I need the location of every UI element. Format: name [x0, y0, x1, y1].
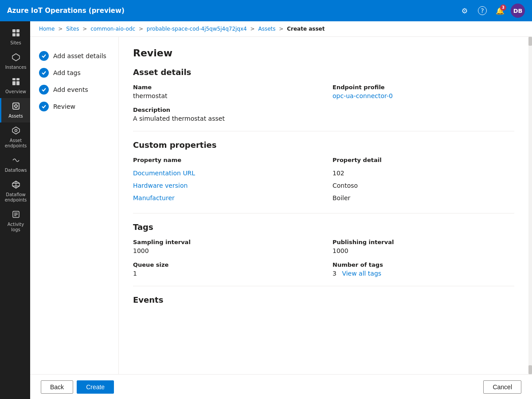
step-icon-review	[39, 102, 49, 111]
overview-icon	[12, 77, 20, 87]
property-detail-1: Contoso	[332, 182, 514, 189]
sidebar-item-overview[interactable]: Overview	[0, 74, 30, 98]
settings-button[interactable]: ⚙	[458, 4, 472, 18]
custom-properties-section-title: Custom properties	[133, 140, 514, 150]
sidebar-label-activity-logs: Activity logs	[3, 222, 28, 233]
back-button[interactable]: Back	[41, 380, 73, 394]
sidebar-item-sites[interactable]: Sites	[0, 25, 30, 49]
name-label: Name	[133, 84, 315, 91]
svg-rect-9	[13, 103, 19, 109]
sidebar-label-dataflows: Dataflows	[5, 168, 27, 173]
svg-marker-4	[12, 54, 20, 61]
property-name-1: Hardware version	[133, 182, 315, 189]
endpoint-profile-value: opc-ua-connector-0	[332, 92, 514, 99]
sidebar-item-activity-logs[interactable]: Activity logs	[0, 206, 30, 236]
detail-publishing-interval: Publishing interval 1000	[332, 239, 514, 254]
scroll-thumb-top	[528, 37, 532, 46]
sidebar-label-sites: Sites	[10, 40, 21, 46]
assets-icon	[12, 102, 20, 112]
detail-endpoint-profile: Endpoint profile opc-ua-connector-0	[332, 84, 514, 99]
topnav-icons: ⚙ ? 🔔 3 DB	[458, 4, 525, 18]
sidebar-item-instances[interactable]: Instances	[0, 49, 30, 74]
svg-rect-2	[12, 33, 16, 36]
description-value: A simulated thermostat asset	[133, 115, 514, 122]
scroll-thumb-bottom	[528, 365, 532, 374]
asset-endpoints-icon	[12, 126, 20, 136]
events-section-title: Events	[133, 295, 514, 304]
create-button[interactable]: Create	[77, 380, 114, 394]
asset-details-grid: Name thermostat Endpoint profile opc-ua-…	[133, 84, 514, 122]
step-label-add-events: Add events	[53, 86, 88, 93]
sidebar-item-asset-endpoints[interactable]: Asset endpoints	[0, 122, 30, 152]
detail-name: Name thermostat	[133, 84, 315, 99]
tags-info-grid: Sampling interval 1000 Publishing interv…	[133, 239, 514, 277]
divider-2	[133, 213, 514, 213]
dataflow-endpoints-icon	[12, 180, 20, 190]
sampling-interval-value: 1000	[133, 247, 315, 254]
property-name-0: Documentation URL	[133, 170, 315, 177]
property-name-2: Manufacturer	[133, 194, 315, 201]
detail-description: Description A simulated thermostat asset	[133, 107, 514, 122]
sidebar-label-overview: Overview	[5, 89, 26, 95]
view-all-tags-link[interactable]: View all tags	[342, 270, 381, 277]
svg-rect-8	[16, 81, 20, 85]
help-button[interactable]: ?	[475, 4, 489, 18]
breadcrumb-sites[interactable]: Sites	[66, 26, 79, 32]
endpoint-profile-label: Endpoint profile	[332, 84, 514, 91]
svg-rect-6	[16, 78, 20, 80]
svg-marker-11	[12, 127, 20, 134]
user-avatar[interactable]: DB	[511, 4, 525, 18]
sidebar-label-dataflow-endpoints: Dataflow endpoints	[3, 192, 28, 203]
svg-point-12	[15, 130, 17, 132]
step-review[interactable]: Review	[37, 98, 111, 115]
breadcrumb-home[interactable]: Home	[39, 26, 55, 32]
activity-logs-icon	[12, 210, 20, 220]
notifications-button[interactable]: 🔔 3	[493, 4, 507, 18]
custom-properties-table: Property name Property detail Documentat…	[133, 157, 514, 204]
sidebar-label-assets: Assets	[8, 114, 23, 119]
publishing-interval-value: 1000	[332, 247, 514, 254]
number-of-tags-value-row: 3 View all tags	[332, 270, 514, 277]
number-of-tags-label: Number of tags	[332, 261, 514, 268]
queue-size-label: Queue size	[133, 261, 315, 268]
content-area: Home > Sites > common-aio-odc > probable…	[30, 21, 532, 399]
breadcrumb-assets[interactable]: Assets	[258, 26, 275, 32]
cancel-button[interactable]: Cancel	[483, 380, 521, 394]
number-of-tags-value: 3	[332, 270, 336, 277]
svg-rect-3	[16, 33, 20, 36]
bottom-bar: Back Create Cancel	[30, 374, 532, 399]
breadcrumb-current: Create asset	[287, 26, 325, 32]
app-title: Azure IoT Operations (preview)	[7, 7, 458, 15]
custom-property-row-1: Hardware version Contoso	[133, 179, 514, 192]
divider-3	[133, 286, 514, 286]
review-title: Review	[133, 47, 514, 59]
custom-property-row-0: Documentation URL 102	[133, 167, 514, 179]
breadcrumb-common-aio-odc[interactable]: common-aio-odc	[90, 26, 135, 32]
svg-point-10	[15, 105, 17, 107]
step-label-review: Review	[53, 103, 75, 110]
svg-rect-0	[12, 29, 16, 32]
breadcrumb: Home > Sites > common-aio-odc > probable…	[30, 21, 532, 37]
detail-sampling-interval: Sampling interval 1000	[133, 239, 315, 254]
step-add-asset-details[interactable]: Add asset details	[37, 47, 111, 64]
queue-size-value: 1	[133, 270, 315, 277]
sidebar-label-asset-endpoints: Asset endpoints	[3, 138, 28, 149]
top-navigation: Azure IoT Operations (preview) ⚙ ? 🔔 3 D…	[0, 0, 532, 21]
sidebar-item-assets[interactable]: Assets	[0, 98, 30, 122]
sidebar: Sites Instances Overview Assets Asset en…	[0, 21, 30, 399]
scrollbar[interactable]	[528, 37, 532, 374]
divider-1	[133, 131, 514, 131]
main-layout: Sites Instances Overview Assets Asset en…	[0, 21, 532, 399]
step-label-add-tags: Add tags	[53, 69, 81, 76]
property-detail-2: Boiler	[332, 194, 514, 201]
step-add-events[interactable]: Add events	[37, 81, 111, 98]
sidebar-item-dataflow-endpoints[interactable]: Dataflow endpoints	[0, 177, 30, 206]
settings-icon: ⚙	[462, 7, 468, 15]
sidebar-item-dataflows[interactable]: Dataflows	[0, 152, 30, 177]
col-header-property-detail: Property detail	[332, 157, 514, 163]
step-add-tags[interactable]: Add tags	[37, 64, 111, 81]
asset-details-section-title: Asset details	[133, 67, 514, 77]
step-icon-add-events	[39, 85, 49, 95]
breadcrumb-instance[interactable]: probable-space-cod-4j5qw5j4q72jqx4	[147, 26, 247, 32]
notification-badge: 3	[500, 4, 506, 11]
